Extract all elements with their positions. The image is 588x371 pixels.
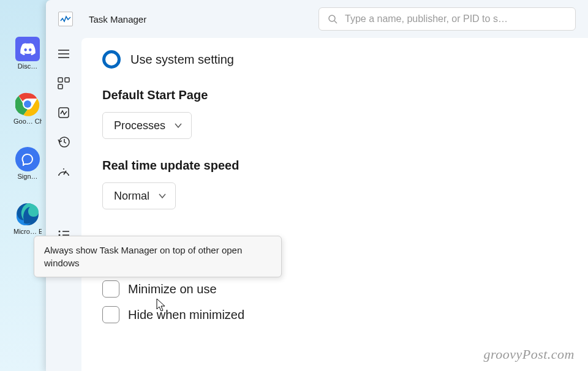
search-placeholder: Type a name, publisher, or PID to s… xyxy=(345,13,508,24)
performance-icon xyxy=(58,107,70,119)
svg-rect-10 xyxy=(65,78,69,82)
settings-content: Use system setting Default Start Page Pr… xyxy=(81,38,588,371)
window-title: Task Manager xyxy=(89,14,146,24)
svg-rect-9 xyxy=(58,78,62,82)
discord-icon xyxy=(20,42,36,56)
desktop-icon-discord[interactable]: Disc… xyxy=(15,37,40,70)
checkbox-icon xyxy=(102,280,119,298)
desktop-icon-signal[interactable]: Sign… xyxy=(15,147,40,180)
dropdown-value: Processes xyxy=(114,119,165,132)
svg-point-17 xyxy=(63,168,64,170)
radio-label: Use system setting xyxy=(130,53,234,67)
tooltip: Always show Task Manager on top of other… xyxy=(34,236,282,277)
check-hide-when-minimized[interactable]: Hide when minimized xyxy=(102,306,567,323)
desktop-icon-label: Disc… xyxy=(18,62,37,70)
section-update-speed: Real time update speed xyxy=(102,159,567,173)
radio-use-system-setting[interactable]: Use system setting xyxy=(102,50,567,69)
desktop-icon-chrome[interactable]: Goo… Chr… xyxy=(15,92,40,125)
chrome-icon xyxy=(15,92,40,116)
speed-icon xyxy=(57,165,70,178)
radio-icon xyxy=(102,50,121,69)
task-manager-window: Task Manager Type a name, publisher, or … xyxy=(46,0,588,371)
dropdown-start-page[interactable]: Processes xyxy=(102,112,192,139)
svg-line-5 xyxy=(334,21,337,23)
grid-icon xyxy=(58,77,70,89)
search-input[interactable]: Type a name, publisher, or PID to s… xyxy=(318,7,576,31)
sidebar-processes[interactable] xyxy=(51,71,76,96)
sidebar xyxy=(46,38,81,371)
section-default-start-page: Default Start Page xyxy=(102,88,567,102)
dropdown-value: Normal xyxy=(114,190,149,203)
hamburger-icon xyxy=(58,49,70,59)
sidebar-performance[interactable] xyxy=(51,100,76,125)
edge-icon xyxy=(15,202,40,227)
svg-point-16 xyxy=(68,174,69,176)
svg-point-2 xyxy=(24,100,31,108)
desktop-icon-label: Micro… Ed… xyxy=(13,228,42,235)
check-label: Hide when minimized xyxy=(128,308,244,322)
svg-point-15 xyxy=(58,174,59,176)
svg-rect-11 xyxy=(58,84,62,89)
chevron-down-icon xyxy=(174,122,183,129)
signal-icon xyxy=(21,152,34,166)
watermark: groovyPost.com xyxy=(483,347,575,362)
search-icon xyxy=(328,14,337,24)
sidebar-hamburger[interactable] xyxy=(51,42,76,66)
titlebar: Task Manager Type a name, publisher, or … xyxy=(46,0,588,38)
desktop-icon-label: Goo… Chr… xyxy=(13,118,42,125)
check-minimize-on-use[interactable]: Minimize on use xyxy=(102,280,567,298)
check-label: Minimize on use xyxy=(128,282,217,296)
sidebar-history[interactable] xyxy=(51,130,76,154)
svg-point-4 xyxy=(329,15,335,21)
sidebar-startup[interactable] xyxy=(51,159,76,184)
svg-point-18 xyxy=(59,231,61,233)
desktop-icons: Disc… Goo… Chr… Sign… Mi xyxy=(15,37,40,235)
app-icon xyxy=(58,12,73,26)
dropdown-update-speed[interactable]: Normal xyxy=(102,182,176,209)
history-icon xyxy=(58,136,70,148)
desktop-icon-edge[interactable]: Micro… Ed… xyxy=(15,202,40,235)
desktop-icon-label: Sign… xyxy=(17,173,37,180)
chevron-down-icon xyxy=(158,193,167,199)
checkbox-icon xyxy=(102,306,119,323)
